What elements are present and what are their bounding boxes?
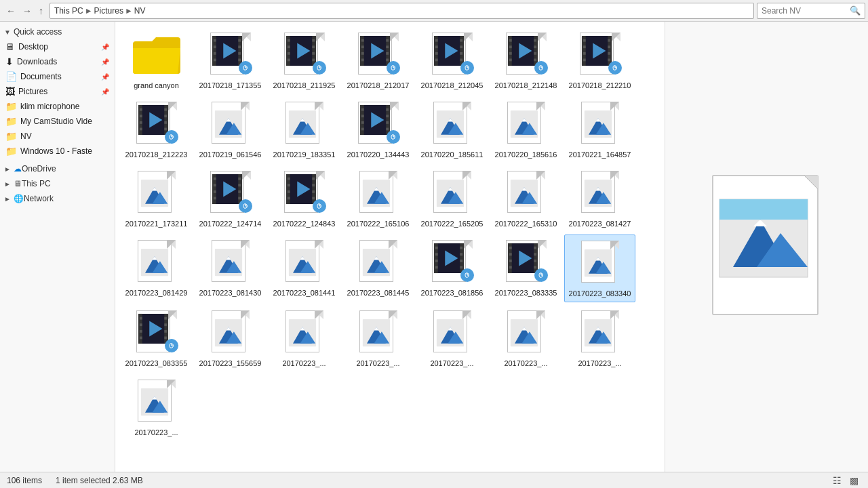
file-item-f6[interactable]: 20170218_212210 [564,27,635,94]
file-item-f25[interactable]: 20170223_081856 [416,235,488,302]
file-label-f35: 20170223_... [134,428,178,436]
file-item-grand-canyon[interactable]: grand canyon [121,27,192,94]
file-item-f18[interactable]: 20170222_165205 [416,165,488,232]
file-item-f5[interactable]: 20170218_212148 [490,27,561,94]
file-item-f34[interactable]: 20170223_... [564,305,635,371]
sidebar-item-windows10[interactable]: 📁 Windows 10 - Faste [0,144,115,159]
file-item-f28[interactable]: 20170223_083355 [121,305,192,371]
file-item-f24[interactable]: 20170223_081445 [342,235,414,302]
svg-rect-243 [139,317,142,320]
file-label-f22: 20170223_081430 [199,289,262,297]
address-part-thispc[interactable]: This PC [54,6,83,16]
file-item-f30[interactable]: 20170223_... [269,305,340,371]
file-item-f21[interactable]: 20170223_081429 [121,235,192,302]
file-item-f35[interactable]: 20170223_... [121,374,192,441]
svg-rect-118 [361,121,363,124]
svg-rect-123 [386,128,389,131]
file-icon-f11 [428,100,477,149]
svg-rect-78 [583,39,585,42]
file-item-f9[interactable]: 20170219_183351 [269,96,340,163]
svg-rect-93 [139,108,142,111]
svg-rect-81 [583,59,585,62]
file-icon-f20 [576,169,625,218]
svg-rect-99 [164,121,167,124]
up-button[interactable]: ↑ [35,4,47,18]
file-icon-f21 [132,239,181,287]
file-item-f17[interactable]: 20170222_165106 [342,165,414,232]
file-item-f7[interactable]: 20170218_212223 [121,96,192,163]
svg-rect-100 [164,128,167,131]
sidebar-item-nv[interactable]: 📁 NV [0,129,115,144]
file-grid-container[interactable]: grand canyon 20170218_171355 [115,22,665,472]
file-item-f32[interactable]: 20170223_... [416,305,488,371]
forward-button[interactable]: → [19,4,35,18]
sidebar-item-pictures[interactable]: 🖼 Pictures 📌 [0,84,115,99]
svg-rect-121 [386,115,389,117]
svg-rect-246 [139,337,142,340]
file-item-f31[interactable]: 20170223_... [342,305,414,371]
file-item-f19[interactable]: 20170222_165310 [490,165,561,232]
mycam-label: My CamStudio Vide [20,117,92,126]
file-icon-f24 [354,239,403,287]
svg-rect-37 [386,39,389,42]
address-bar[interactable]: This PC ► Pictures ► NV [50,3,754,19]
file-item-f20[interactable]: 20170223_081427 [564,165,635,232]
file-item-f13[interactable]: 20170221_164857 [564,96,635,163]
svg-rect-34 [361,45,363,48]
sidebar-item-mycamstudio[interactable]: 📁 My CamStudio Vide [0,114,115,129]
sidebar-item-downloads[interactable]: ⬇ Downloads 📌 [0,54,115,69]
file-item-f14[interactable]: 20170221_173211 [121,165,192,232]
svg-rect-33 [361,39,363,42]
file-item-f3[interactable]: 20170218_212017 [342,27,414,94]
file-label-f23: 20170223_081441 [273,289,336,297]
file-item-f1[interactable]: 20170218_171355 [195,27,266,94]
svg-rect-225 [509,253,511,256]
onedrive-header[interactable]: ► ☁ OneDrive [0,161,115,176]
file-item-f8[interactable]: 20170219_061546 [195,96,266,163]
file-icon-f12 [502,100,551,149]
file-label-f14: 20170221_173211 [125,220,188,228]
svg-rect-36 [361,59,363,62]
sidebar-item-klim-microphone[interactable]: 📁 klim microphone [0,99,115,114]
item-count: 106 items [7,476,42,485]
nv-label: NV [20,131,32,141]
search-bar[interactable]: 🔍 [757,3,865,19]
address-part-pictures[interactable]: Pictures [94,6,123,16]
svg-rect-64 [509,45,511,48]
file-item-f26[interactable]: 20170223_083335 [490,235,561,302]
file-item-f4[interactable]: 20170218_212045 [416,27,488,94]
file-item-f22[interactable]: 20170223_081430 [195,235,266,302]
file-item-f33[interactable]: 20170223_... [490,305,561,371]
svg-rect-4 [213,45,216,48]
file-item-f10[interactable]: 20170220_134443 [342,96,414,163]
file-item-f15[interactable]: 20170222_124714 [195,165,266,232]
svg-rect-19 [287,45,290,48]
thispc-header[interactable]: ► 🖥 This PC [0,176,115,191]
downloads-label: Downloads [17,57,57,66]
view-grid-button[interactable]: ▩ [847,474,861,487]
svg-rect-226 [509,260,511,262]
file-item-f12[interactable]: 20170220_185616 [490,96,561,163]
network-label: Network [24,194,54,203]
file-icon-f18 [428,169,477,218]
file-item-f23[interactable]: 20170223_081441 [269,235,340,302]
svg-rect-168 [312,190,315,193]
file-item-f2[interactable]: 20170218_211925 [269,27,340,94]
quick-access-header[interactable]: ▼ Quick access [0,24,115,39]
file-icon-f9 [280,100,329,149]
sidebar-item-documents[interactable]: 📄 Documents 📌 [0,69,115,84]
network-header[interactable]: ► 🌐 Network [0,191,115,206]
address-part-nv[interactable]: NV [134,6,146,16]
svg-rect-164 [287,190,290,193]
view-list-button[interactable]: ☷ [830,474,844,487]
file-item-f16[interactable]: 20170222_124843 [269,165,340,232]
file-item-f11[interactable]: 20170220_185611 [416,96,488,163]
file-icon-f19 [502,169,551,218]
back-button[interactable]: ← [3,4,19,18]
quick-access-label: Quick access [14,27,62,37]
svg-rect-153 [238,190,241,193]
file-item-f29[interactable]: 20170223_155659 [195,305,266,371]
file-item-f27[interactable]: 20170223_083340 [564,235,635,302]
sidebar-item-desktop[interactable]: 🖥 Desktop 📌 [0,39,115,54]
search-input[interactable] [762,6,850,16]
